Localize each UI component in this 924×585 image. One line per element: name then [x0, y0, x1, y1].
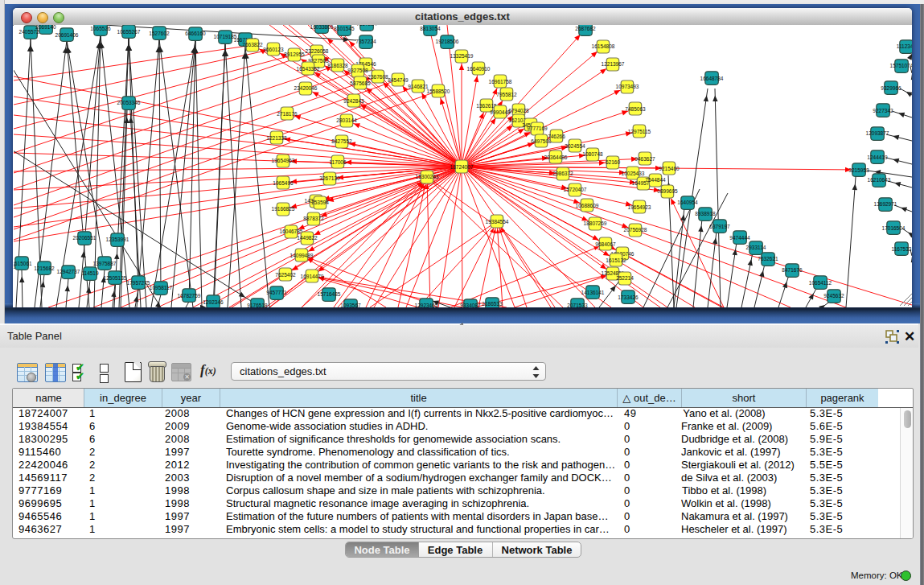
- svg-text:2069140: 2069140: [35, 25, 56, 30]
- svg-text:14099489: 14099489: [290, 253, 314, 258]
- svg-text:117006: 117006: [329, 159, 347, 165]
- svg-text:18724007: 18724007: [450, 164, 474, 170]
- svg-text:8938918: 8938918: [695, 211, 716, 216]
- svg-text:9242843: 9242843: [343, 98, 364, 104]
- svg-text:9684067: 9684067: [595, 241, 616, 247]
- svg-text:0899695: 0899695: [657, 188, 678, 194]
- svg-text:19384554: 19384554: [486, 219, 509, 225]
- svg-text:12353991: 12353991: [106, 237, 129, 242]
- svg-text:1733426: 1733426: [618, 295, 639, 300]
- svg-text:20756928: 20756928: [624, 227, 647, 233]
- svg-text:6497508: 6497508: [531, 138, 552, 144]
- svg-text:1615132: 1615132: [606, 257, 626, 263]
- svg-text:16210643: 16210643: [868, 177, 891, 183]
- svg-text:18807269: 18807269: [584, 220, 607, 226]
- svg-text:62160: 62160: [606, 159, 620, 165]
- svg-text:9176518: 9176518: [247, 303, 268, 307]
- svg-text:252214: 252214: [616, 275, 634, 281]
- svg-text:9329966: 9329966: [881, 85, 901, 91]
- svg-text:5875685: 5875685: [350, 80, 371, 86]
- svg-text:2986372: 2986372: [552, 171, 573, 176]
- svg-text:2071533: 2071533: [567, 303, 588, 307]
- svg-text:7357224: 7357224: [356, 25, 377, 27]
- svg-text:20053346: 20053346: [117, 100, 141, 105]
- svg-text:16640910: 16640910: [467, 66, 491, 72]
- svg-text:9474444: 9474444: [729, 235, 750, 241]
- svg-text:23420046: 23420046: [294, 85, 318, 91]
- svg-text:7485063: 7485063: [625, 106, 646, 112]
- svg-text:3024554: 3024554: [565, 143, 585, 149]
- svg-text:19654963: 19654963: [272, 158, 295, 163]
- svg-text:2367608: 2367608: [368, 74, 388, 80]
- svg-text:6794028: 6794028: [508, 108, 529, 113]
- svg-text:6379197: 6379197: [709, 224, 730, 229]
- svg-text:1640954: 1640954: [677, 200, 698, 205]
- svg-text:16543362: 16543362: [297, 66, 320, 72]
- svg-text:16782759: 16782759: [178, 293, 201, 299]
- svg-text:8878372: 8878372: [303, 216, 324, 221]
- svg-text:16914479: 16914479: [301, 274, 324, 279]
- svg-text:2803144: 2803144: [336, 117, 357, 123]
- svg-text:10655267: 10655267: [117, 29, 141, 35]
- svg-text:20206551: 20206551: [73, 235, 97, 241]
- svg-text:10654112: 10654112: [809, 280, 832, 286]
- svg-text:8615061: 8615061: [14, 261, 32, 266]
- svg-text:8813054: 8813054: [420, 26, 441, 31]
- svg-text:2687682: 2687682: [575, 26, 596, 31]
- svg-text:13692971: 13692971: [874, 201, 897, 207]
- svg-text:17957275: 17957275: [127, 280, 150, 286]
- svg-text:2718176: 2718176: [277, 111, 298, 117]
- svg-text:15751074: 15751074: [890, 63, 912, 68]
- svg-text:10973493: 10973493: [616, 84, 639, 89]
- svg-text:13325419: 13325419: [450, 53, 474, 59]
- svg-text:3215958: 3215958: [848, 167, 869, 173]
- svg-text:8454749: 8454749: [388, 77, 409, 83]
- svg-text:7955812: 7955812: [496, 92, 517, 97]
- svg-text:7357224: 7357224: [355, 39, 376, 44]
- svg-text:1527602: 1527602: [149, 31, 170, 36]
- svg-text:1112345: 1112345: [897, 43, 912, 49]
- svg-text:12942737: 12942737: [57, 269, 80, 274]
- svg-text:12923465: 12923465: [415, 303, 438, 307]
- svg-text:1965496: 1965496: [273, 180, 294, 186]
- svg-text:8186328: 8186328: [327, 63, 348, 68]
- svg-text:12093877: 12093877: [866, 130, 889, 136]
- svg-text:1093567: 1093567: [340, 303, 361, 307]
- svg-text:8427552: 8427552: [331, 138, 352, 144]
- svg-text:15720407: 15720407: [564, 187, 587, 192]
- svg-text:16154808: 16154808: [592, 43, 615, 49]
- svg-text:10688609: 10688609: [576, 203, 599, 208]
- svg-text:15588520: 15588520: [427, 89, 450, 94]
- svg-text:1449822: 1449822: [297, 235, 318, 241]
- svg-text:1221338: 1221338: [266, 135, 287, 141]
- svg-text:12213967: 12213967: [602, 61, 625, 67]
- svg-text:10025433: 10025433: [622, 171, 645, 176]
- svg-text:12975115: 12975115: [628, 129, 651, 134]
- svg-text:3267130: 3267130: [319, 175, 340, 181]
- svg-text:9245632: 9245632: [823, 293, 844, 299]
- svg-text:15716485: 15716485: [318, 291, 341, 297]
- svg-text:1292346: 1292346: [203, 299, 224, 305]
- svg-text:19218506: 19218506: [436, 39, 459, 44]
- svg-text:1215682: 1215682: [34, 266, 55, 271]
- svg-text:1080748: 1080748: [582, 151, 603, 157]
- svg-text:12505135: 12505135: [104, 275, 127, 281]
- svg-text:16033809: 16033809: [310, 25, 334, 30]
- svg-text:746266: 746266: [548, 134, 565, 139]
- svg-text:9146821: 9146821: [408, 84, 429, 89]
- svg-text:114519: 114519: [81, 270, 99, 276]
- svg-text:13975887: 13975887: [93, 261, 117, 266]
- svg-text:1167533: 1167533: [892, 246, 912, 252]
- svg-text:7625402: 7625402: [275, 272, 296, 278]
- svg-text:23226058: 23226058: [306, 48, 329, 54]
- svg-text:8101545: 8101545: [334, 26, 355, 31]
- svg-text:1244419: 1244419: [867, 154, 888, 160]
- svg-text:15300243: 15300243: [416, 174, 439, 179]
- svg-text:9777169: 9777169: [527, 126, 548, 131]
- svg-text:9327508: 9327508: [347, 68, 368, 73]
- svg-text:19654923: 19654923: [628, 204, 651, 210]
- svg-text:16961758: 16961758: [489, 79, 512, 84]
- svg-text:16046785: 16046785: [280, 229, 303, 234]
- svg-text:14136141: 14136141: [581, 290, 605, 295]
- svg-text:9215460: 9215460: [659, 166, 680, 171]
